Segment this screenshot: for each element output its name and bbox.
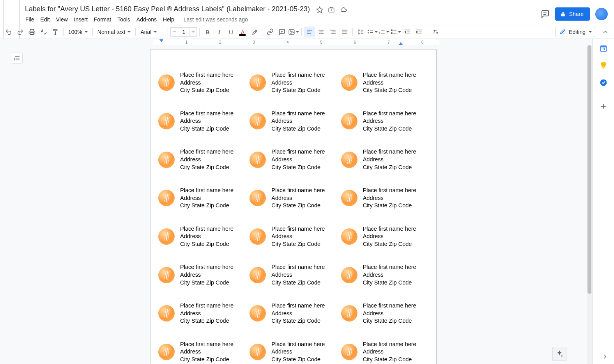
add-addon-icon[interactable] (600, 102, 607, 110)
label-cell[interactable]: Place first name hereAddressCity State Z… (158, 187, 246, 210)
label-cell[interactable]: Place first name hereAddressCity State Z… (158, 225, 246, 248)
horizontal-ruler[interactable]: 12345678 (0, 39, 592, 45)
highlight-button[interactable] (249, 27, 260, 37)
cloud-status-icon[interactable] (340, 6, 347, 13)
move-icon[interactable] (328, 6, 335, 13)
keep-icon[interactable] (600, 62, 607, 69)
font-combo[interactable]: Arial (138, 27, 165, 37)
indent-marker-left[interactable] (159, 39, 163, 42)
label-cell[interactable]: Place first name hereAddressCity State Z… (341, 341, 428, 364)
doc-title[interactable]: Labels for "Avery US Letter - 5160 Easy … (23, 4, 312, 14)
label-cell[interactable]: Place first name hereAddressCity State Z… (249, 110, 337, 133)
menu-file[interactable]: File (23, 15, 37, 24)
label-text[interactable]: Place first name hereAddressCity State Z… (363, 187, 416, 210)
line-spacing-button[interactable] (355, 27, 366, 37)
label-text[interactable]: Place first name hereAddressCity State Z… (271, 263, 325, 286)
redo-button[interactable] (15, 27, 26, 37)
label-cell[interactable]: Place first name hereAddressCity State Z… (341, 110, 428, 133)
label-cell[interactable]: Place first name hereAddressCity State Z… (341, 148, 428, 171)
add-comment-button[interactable] (276, 27, 287, 37)
label-cell[interactable]: Place first name hereAddressCity State Z… (249, 148, 337, 171)
label-text[interactable]: Place first name hereAddressCity State Z… (271, 225, 325, 248)
menu-format[interactable]: Format (91, 15, 114, 24)
label-cell[interactable]: Place first name hereAddressCity State Z… (158, 148, 246, 171)
label-text[interactable]: Place first name hereAddressCity State Z… (180, 71, 234, 94)
checklist-button[interactable] (367, 27, 378, 37)
label-cell[interactable]: Place first name hereAddressCity State Z… (158, 71, 246, 94)
label-cell[interactable]: Place first name hereAddressCity State Z… (158, 263, 246, 286)
label-cell[interactable]: Place first name hereAddressCity State Z… (341, 187, 428, 210)
menu-edit[interactable]: Edit (38, 15, 53, 24)
label-text[interactable]: Place first name hereAddressCity State Z… (180, 302, 234, 325)
underline-button[interactable]: U (225, 27, 236, 37)
label-cell[interactable]: Place first name hereAddressCity State Z… (158, 341, 246, 364)
tasks-icon[interactable] (600, 79, 607, 87)
paint-format-button[interactable] (50, 27, 61, 37)
label-text[interactable]: Place first name hereAddressCity State Z… (271, 302, 325, 325)
label-text[interactable]: Place first name hereAddressCity State Z… (363, 341, 416, 364)
insert-link-button[interactable] (265, 27, 276, 37)
label-cell[interactable]: Place first name hereAddressCity State Z… (249, 263, 337, 286)
label-text[interactable]: Place first name hereAddressCity State Z… (363, 110, 416, 133)
label-cell[interactable]: Place first name hereAddressCity State Z… (341, 263, 428, 286)
undo-button[interactable] (3, 27, 14, 37)
label-text[interactable]: Place first name hereAddressCity State Z… (271, 110, 325, 133)
label-text[interactable]: Place first name hereAddressCity State Z… (271, 148, 325, 171)
label-text[interactable]: Place first name hereAddressCity State Z… (271, 341, 325, 364)
label-text[interactable]: Place first name hereAddressCity State Z… (180, 187, 234, 210)
clear-formatting-button[interactable] (430, 27, 441, 37)
align-center-button[interactable] (316, 27, 327, 37)
label-text[interactable]: Place first name hereAddressCity State Z… (363, 263, 416, 286)
star-icon[interactable] (316, 6, 323, 13)
hide-menus-button[interactable] (600, 27, 611, 37)
align-left-button[interactable] (304, 27, 315, 37)
label-cell[interactable]: Place first name hereAddressCity State Z… (341, 71, 428, 94)
label-cell[interactable]: Place first name hereAddressCity State Z… (341, 302, 428, 325)
document-canvas[interactable]: Place first name hereAddressCity State Z… (0, 45, 587, 364)
label-text[interactable]: Place first name hereAddressCity State Z… (180, 110, 234, 133)
menu-addons[interactable]: Add-ons (134, 15, 159, 24)
document-page[interactable]: Place first name hereAddressCity State Z… (150, 49, 437, 364)
text-color-button[interactable]: A (237, 27, 248, 37)
font-size-input[interactable] (178, 27, 189, 37)
label-text[interactable]: Place first name hereAddressCity State Z… (180, 341, 234, 364)
label-text[interactable]: Place first name hereAddressCity State Z… (363, 148, 416, 171)
menu-view[interactable]: View (53, 15, 71, 24)
label-cell[interactable]: Place first name hereAddressCity State Z… (249, 225, 337, 248)
align-justify-button[interactable] (339, 27, 350, 37)
label-cell[interactable]: Place first name hereAddressCity State Z… (341, 225, 428, 248)
label-cell[interactable]: Place first name hereAddressCity State Z… (249, 302, 337, 325)
label-text[interactable]: Place first name hereAddressCity State Z… (363, 302, 416, 325)
style-combo[interactable]: Normal text (95, 27, 133, 37)
label-text[interactable]: Place first name hereAddressCity State Z… (180, 263, 234, 286)
label-text[interactable]: Place first name hereAddressCity State Z… (363, 225, 416, 248)
label-cell[interactable]: Place first name hereAddressCity State Z… (249, 71, 337, 94)
print-button[interactable] (27, 27, 37, 37)
italic-button[interactable]: I (214, 27, 225, 37)
label-cell[interactable]: Place first name hereAddressCity State Z… (249, 187, 337, 210)
numbered-list-button[interactable]: 12 (379, 27, 389, 37)
bold-button[interactable]: B (202, 27, 213, 37)
label-text[interactable]: Place first name hereAddressCity State Z… (271, 71, 325, 94)
side-panel-collapse-icon[interactable] (602, 353, 609, 360)
share-button[interactable]: Share (555, 7, 590, 21)
docs-logo[interactable] (4, 6, 19, 22)
menu-insert[interactable]: Insert (71, 15, 90, 24)
decrease-indent-button[interactable] (402, 27, 413, 37)
font-size-decrease[interactable]: − (170, 27, 178, 37)
spellcheck-button[interactable] (38, 27, 49, 37)
label-cell[interactable]: Place first name hereAddressCity State Z… (249, 341, 337, 364)
scrollbar-thumb[interactable] (587, 45, 591, 294)
calendar-icon[interactable]: 31 (600, 44, 607, 52)
last-edit-link[interactable]: Last edit was seconds ago (181, 15, 251, 24)
zoom-combo[interactable]: 100% (66, 27, 90, 37)
mode-editing-button[interactable]: Editing (555, 27, 595, 37)
insert-image-button[interactable] (288, 27, 299, 37)
label-cell[interactable]: Place first name hereAddressCity State Z… (158, 110, 246, 133)
font-size-increase[interactable]: + (189, 27, 197, 37)
label-text[interactable]: Place first name hereAddressCity State Z… (180, 225, 234, 248)
bulleted-list-button[interactable] (390, 27, 401, 37)
menu-help[interactable]: Help (160, 15, 177, 24)
indent-marker-right[interactable] (399, 42, 403, 45)
vertical-scrollbar[interactable] (587, 45, 592, 364)
